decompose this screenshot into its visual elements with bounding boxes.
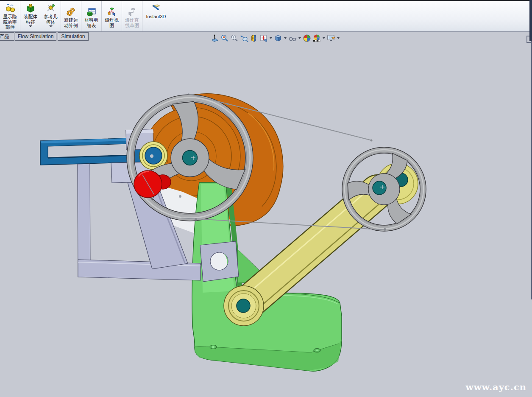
explode-line-sketch-icon bbox=[127, 6, 137, 17]
tab-simulation[interactable]: Simulation bbox=[58, 32, 89, 41]
dropdown-arrow-icon[interactable] bbox=[270, 37, 272, 39]
graphics-viewport[interactable] bbox=[0, 0, 532, 397]
assembly-features-icon bbox=[25, 3, 36, 14]
arm-pin[interactable] bbox=[237, 299, 250, 313]
button-label: 材料明 bbox=[84, 17, 98, 23]
heads-up-view-toolbar bbox=[211, 34, 340, 43]
dropdown-arrow-icon[interactable] bbox=[49, 25, 53, 27]
button-label: 特征 bbox=[26, 20, 35, 25]
tab-label: 产品 bbox=[0, 34, 9, 39]
display-style-icon[interactable] bbox=[274, 34, 282, 42]
button-label: 显示隐 bbox=[3, 14, 17, 20]
dropdown-arrow-icon[interactable] bbox=[337, 37, 340, 39]
new-motion-study-button[interactable]: 新建运 动算例 bbox=[61, 1, 81, 31]
dropdown-arrow-icon[interactable] bbox=[298, 37, 301, 39]
instant3d-icon bbox=[150, 3, 162, 14]
new-motion-study-icon bbox=[66, 6, 76, 17]
watermark: www.ayc.cn bbox=[466, 382, 526, 392]
button-label: 新建运 bbox=[64, 17, 78, 23]
assembly-features-button[interactable]: 装配体 特征 bbox=[20, 1, 41, 31]
tab-product[interactable]: 产品 bbox=[0, 32, 14, 41]
hide-show-items-icon[interactable] bbox=[288, 34, 297, 42]
button-label: 图 bbox=[109, 23, 114, 28]
right-edge-strip bbox=[529, 0, 532, 41]
zoom-to-area-icon[interactable] bbox=[230, 34, 239, 42]
button-label: 何体 bbox=[46, 20, 56, 25]
apply-scene-icon[interactable] bbox=[312, 34, 321, 42]
section-view-icon[interactable] bbox=[250, 34, 258, 42]
pulley-hub[interactable] bbox=[373, 181, 386, 195]
explode-line-sketch-button[interactable]: 爆炸直 线草图 bbox=[122, 1, 142, 31]
button-label: 线草图 bbox=[125, 23, 139, 28]
reference-geometry-icon bbox=[46, 3, 56, 14]
show-hide-components-icon bbox=[5, 3, 15, 14]
button-label: 爆炸视 bbox=[105, 17, 119, 23]
window-top-edge bbox=[0, 0, 532, 1]
exploded-view-button[interactable]: 爆炸视 图 bbox=[102, 1, 122, 31]
bill-of-materials-icon bbox=[86, 6, 97, 17]
reference-geometry-button[interactable]: 参考几 何体 bbox=[41, 1, 61, 31]
button-label: 藏的零 bbox=[3, 20, 17, 25]
command-manager: 显示隐 藏的零 部件 装配体 特征 参考几 何体 bbox=[0, 1, 532, 32]
normal-to-icon[interactable] bbox=[211, 34, 219, 42]
zoom-to-fit-icon[interactable] bbox=[220, 34, 229, 42]
button-label: 装配体 bbox=[24, 14, 38, 20]
previous-view-icon[interactable] bbox=[240, 34, 248, 42]
button-label: 动算例 bbox=[64, 23, 78, 28]
view-orientation-icon[interactable] bbox=[259, 34, 268, 42]
button-label: 参考几 bbox=[44, 14, 58, 20]
tab-label: Simulation bbox=[61, 34, 85, 39]
bill-of-materials-button[interactable]: 材料明 细表 bbox=[81, 1, 102, 31]
dropdown-arrow-icon[interactable] bbox=[323, 37, 325, 39]
tab-label: Flow Simulation bbox=[18, 34, 54, 39]
exploded-view-icon bbox=[107, 6, 117, 17]
button-label: 部件 bbox=[6, 25, 15, 30]
tab-flow-simulation[interactable]: Flow Simulation bbox=[15, 32, 56, 41]
dropdown-arrow-icon[interactable] bbox=[29, 25, 32, 27]
show-hide-components-button[interactable]: 显示隐 藏的零 部件 bbox=[0, 1, 20, 31]
view-settings-icon[interactable] bbox=[327, 34, 335, 42]
dropdown-arrow-icon[interactable] bbox=[284, 37, 287, 39]
edit-appearance-icon[interactable] bbox=[303, 34, 311, 42]
button-label: Instant3D bbox=[146, 14, 166, 20]
button-label: 爆炸直 bbox=[125, 17, 139, 23]
instant3d-button[interactable]: Instant3D bbox=[142, 1, 170, 31]
button-label: 细表 bbox=[87, 23, 96, 28]
